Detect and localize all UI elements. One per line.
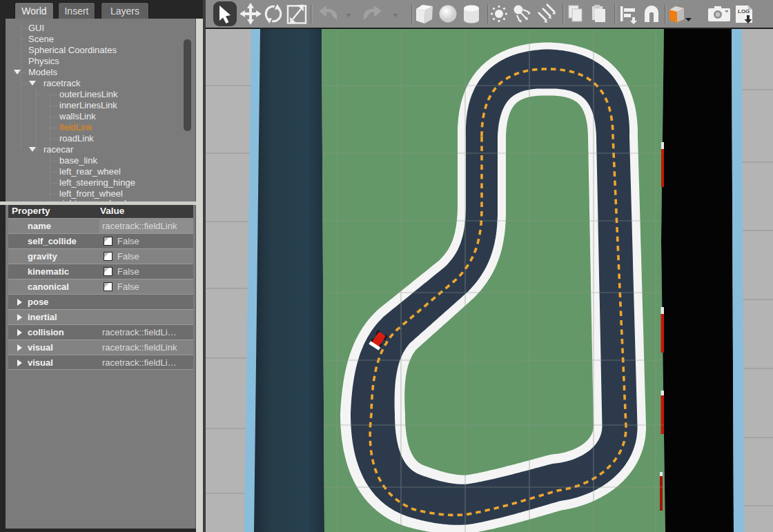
svg-text:LOG: LOG (738, 8, 750, 14)
